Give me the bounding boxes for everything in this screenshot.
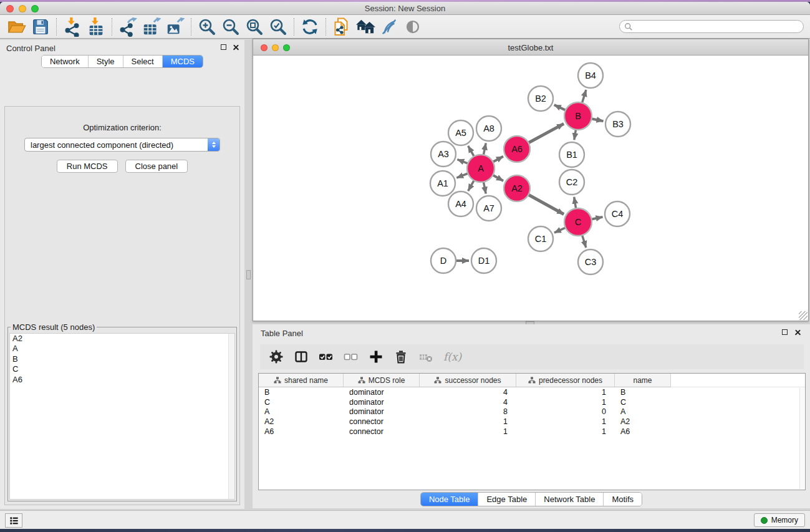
table-row[interactable]: A2connector11A2 [259, 417, 805, 427]
table-cell: 1 [516, 388, 615, 397]
tab-edge-table[interactable]: Edge Table [478, 493, 535, 506]
close-panel-icon[interactable] [794, 329, 801, 336]
save-session-icon[interactable] [29, 16, 52, 37]
show-graphics-details-icon[interactable] [401, 16, 425, 37]
hide-graphics-details-icon[interactable] [377, 16, 401, 37]
resize-grip[interactable] [799, 311, 808, 320]
network-window-titlebar: testGlobe.txt [253, 39, 808, 56]
export-table-icon[interactable] [140, 16, 163, 37]
optimization-criterion-label: Optimization criterion: [5, 123, 239, 132]
first-neighbors-icon[interactable] [354, 16, 377, 37]
table-row[interactable]: Cdominator41C [259, 397, 805, 407]
table-row[interactable]: A6connector11A6 [259, 427, 805, 437]
zoom-in-icon[interactable] [195, 16, 219, 37]
main-toolbar [0, 15, 810, 39]
table-cell: A2 [615, 417, 671, 426]
table-row[interactable]: Bdominator41B [259, 387, 805, 397]
tab-motifs[interactable]: Motifs [603, 493, 642, 506]
open-session-icon[interactable] [5, 16, 29, 37]
node-label-C1: C1 [535, 234, 547, 244]
node-label-A2: A2 [511, 183, 523, 193]
split-columns-icon[interactable] [294, 349, 309, 364]
toolbar-separator [191, 18, 191, 36]
toolbar-separator [294, 18, 294, 36]
node-label-B: B [575, 111, 581, 121]
zoom-out-icon[interactable] [219, 16, 243, 37]
control-panel-tabs: NetworkStyleSelectMCDS [41, 55, 203, 68]
deselect-all-icon[interactable] [344, 349, 359, 364]
gear-icon[interactable] [269, 349, 284, 364]
mcds-result-item[interactable]: A [10, 344, 234, 354]
scrollbar-track[interactable] [799, 388, 804, 489]
mcds-result-item[interactable]: A6 [10, 375, 234, 385]
mcds-result-item[interactable]: A2 [10, 334, 234, 344]
table-toolbar: f(x) [260, 344, 804, 369]
tab-style[interactable]: Style [88, 56, 123, 67]
network-graph[interactable]: B4B2BB3B1A5A8A6A3AA1C2A4A7A2C4CC1C3DD1 [253, 56, 806, 321]
float-panel-icon[interactable] [221, 44, 226, 50]
zoom-fit-icon[interactable] [243, 16, 266, 37]
select-all-icon[interactable] [319, 349, 334, 364]
new-network-from-selection-icon[interactable] [330, 16, 354, 37]
table-row[interactable]: Adominator80A [259, 407, 805, 417]
import-table-icon[interactable] [84, 16, 108, 37]
table-cell: B [615, 388, 671, 397]
node-label-B2: B2 [535, 94, 546, 104]
delete-column-icon[interactable] [393, 349, 408, 364]
column-header-predecessor-nodes[interactable]: predecessor nodes [516, 374, 615, 387]
table-cell: 0 [516, 407, 615, 416]
tab-mcds[interactable]: MCDS [162, 56, 203, 67]
table-cell: connector [344, 427, 420, 436]
export-network-icon[interactable] [116, 16, 140, 37]
import-network-icon[interactable] [60, 16, 84, 37]
float-panel-icon[interactable] [782, 329, 788, 335]
close-panel-icon[interactable] [233, 44, 239, 51]
search-input[interactable] [633, 22, 803, 31]
column-header-mcds-role[interactable]: MCDS role [344, 374, 420, 387]
function-builder-icon[interactable]: f(x) [443, 351, 461, 363]
main-content: Control Panel NetworkStyleSelectMCDS Opt… [0, 39, 810, 510]
status-bar: Memory [0, 510, 810, 529]
search-icon [624, 22, 633, 31]
search-field[interactable] [619, 20, 804, 33]
splitter-handle[interactable] [246, 270, 251, 279]
memory-button[interactable]: Memory [754, 513, 805, 527]
column-header-name[interactable]: name [615, 374, 671, 387]
export-image-icon[interactable] [163, 16, 187, 37]
network-canvas[interactable]: B4B2BB3B1A5A8A6A3AA1C2A4A7A2C4CC1C3DD1 [253, 56, 808, 321]
apply-layout-icon[interactable] [298, 16, 322, 37]
tab-network-table[interactable]: Network Table [535, 493, 603, 506]
column-type-icon [528, 377, 536, 384]
mcds-result-item[interactable]: C [10, 364, 234, 374]
run-mcds-button[interactable]: Run MCDS [57, 160, 118, 173]
add-column-icon[interactable] [369, 349, 383, 364]
delete-table-icon[interactable] [418, 349, 433, 364]
tab-network[interactable]: Network [42, 56, 88, 67]
node-label-A6: A6 [511, 144, 523, 154]
tab-node-table[interactable]: Node Table [421, 493, 478, 506]
mcds-tab-content: Optimization criterion: largest connecte… [4, 106, 240, 505]
toolbar-separator [112, 18, 112, 36]
tab-select[interactable]: Select [123, 56, 162, 67]
memory-status-icon [761, 517, 768, 524]
table-cell: 1 [516, 427, 615, 436]
close-panel-button[interactable]: Close panel [125, 160, 188, 173]
node-label-C2: C2 [566, 177, 578, 187]
node-label-A7: A7 [483, 203, 494, 213]
column-header-shared-name[interactable]: shared name [259, 374, 344, 387]
zoom-selected-icon[interactable] [266, 16, 290, 37]
control-panel: Control Panel NetworkStyleSelectMCDS Opt… [0, 40, 244, 509]
mcds-result-item[interactable]: B [10, 354, 234, 364]
node-label-D1: D1 [478, 256, 490, 266]
node-label-A3: A3 [438, 149, 449, 159]
optimization-criterion-select[interactable]: largest connected component (directed) [24, 138, 220, 152]
table-cell: dominator [344, 398, 420, 407]
window-title: Session: New Session [0, 4, 810, 13]
column-header-successor-nodes[interactable]: successor nodes [420, 374, 516, 387]
mcds-result-list[interactable]: A2ABCA6 [9, 333, 235, 500]
toolbar-separator [56, 18, 57, 36]
scrollbar-track[interactable] [228, 334, 234, 499]
column-type-icon [358, 377, 365, 384]
task-history-button[interactable] [5, 513, 22, 528]
column-type-icon [434, 377, 441, 384]
